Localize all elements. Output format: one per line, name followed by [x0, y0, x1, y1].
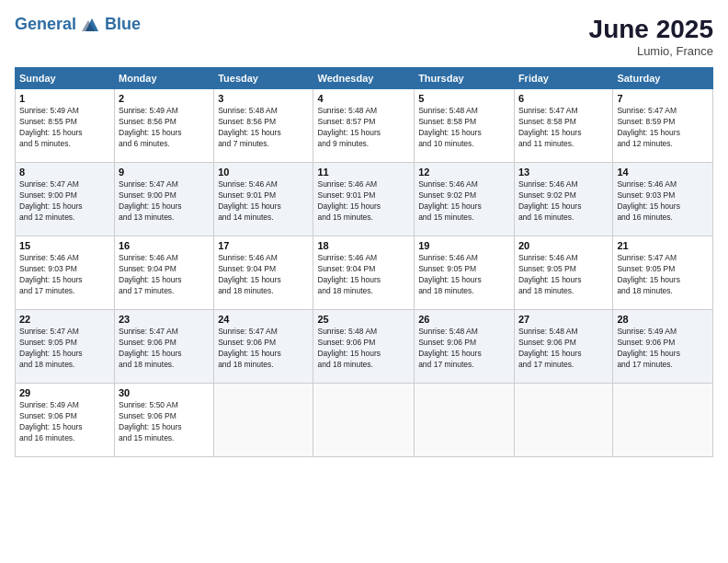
calendar-header-friday: Friday [514, 68, 612, 89]
logo: General Blue [15, 15, 141, 34]
calendar-cell [514, 384, 612, 457]
calendar-cell: 11Sunrise: 5:46 AM Sunset: 9:01 PM Dayli… [313, 163, 415, 236]
calendar-cell: 13Sunrise: 5:46 AM Sunset: 9:02 PM Dayli… [514, 163, 612, 236]
month-title: June 2025 [589, 15, 713, 44]
calendar-cell: 22Sunrise: 5:47 AM Sunset: 9:05 PM Dayli… [16, 310, 115, 384]
day-number: 23 [119, 314, 210, 325]
day-number: 5 [418, 93, 510, 104]
day-info: Sunrise: 5:47 AM Sunset: 9:00 PM Dayligh… [119, 179, 210, 224]
day-info: Sunrise: 5:49 AM Sunset: 9:06 PM Dayligh… [19, 400, 110, 444]
calendar-header-row: SundayMondayTuesdayWednesdayThursdayFrid… [16, 68, 713, 89]
day-number: 20 [518, 240, 609, 251]
calendar-header-tuesday: Tuesday [214, 68, 313, 89]
day-info: Sunrise: 5:48 AM Sunset: 9:06 PM Dayligh… [418, 327, 510, 371]
calendar-week-5: 29Sunrise: 5:49 AM Sunset: 9:06 PM Dayli… [16, 384, 713, 457]
calendar: SundayMondayTuesdayWednesdayThursdayFrid… [15, 67, 713, 457]
day-info: Sunrise: 5:47 AM Sunset: 9:05 PM Dayligh… [19, 327, 110, 371]
logo-icon [82, 17, 102, 33]
calendar-cell: 28Sunrise: 5:49 AM Sunset: 9:06 PM Dayli… [613, 310, 713, 384]
day-info: Sunrise: 5:48 AM Sunset: 8:57 PM Dayligh… [317, 106, 410, 150]
calendar-cell: 15Sunrise: 5:46 AM Sunset: 9:03 PM Dayli… [16, 236, 115, 310]
day-info: Sunrise: 5:49 AM Sunset: 8:55 PM Dayligh… [19, 106, 110, 150]
day-info: Sunrise: 5:46 AM Sunset: 9:04 PM Dayligh… [218, 253, 309, 297]
day-info: Sunrise: 5:46 AM Sunset: 9:03 PM Dayligh… [617, 179, 709, 224]
calendar-cell: 3Sunrise: 5:48 AM Sunset: 8:56 PM Daylig… [214, 89, 313, 163]
calendar-cell: 23Sunrise: 5:47 AM Sunset: 9:06 PM Dayli… [115, 310, 214, 384]
calendar-cell [313, 384, 415, 457]
day-info: Sunrise: 5:49 AM Sunset: 8:56 PM Dayligh… [119, 106, 210, 150]
calendar-header-wednesday: Wednesday [313, 68, 415, 89]
day-number: 22 [19, 314, 110, 325]
calendar-cell: 19Sunrise: 5:46 AM Sunset: 9:05 PM Dayli… [415, 236, 515, 310]
day-info: Sunrise: 5:48 AM Sunset: 9:06 PM Dayligh… [518, 327, 609, 371]
calendar-week-3: 15Sunrise: 5:46 AM Sunset: 9:03 PM Dayli… [16, 236, 713, 310]
page: General Blue June 2025 Lumio, France Sun… [0, 0, 728, 563]
calendar-header-thursday: Thursday [415, 68, 515, 89]
day-info: Sunrise: 5:47 AM Sunset: 8:58 PM Dayligh… [518, 106, 609, 150]
day-number: 16 [119, 240, 210, 251]
day-number: 17 [218, 240, 309, 251]
day-number: 1 [19, 93, 110, 104]
calendar-cell [613, 384, 713, 457]
calendar-cell: 29Sunrise: 5:49 AM Sunset: 9:06 PM Dayli… [16, 384, 115, 457]
day-info: Sunrise: 5:47 AM Sunset: 9:06 PM Dayligh… [218, 327, 309, 371]
calendar-cell: 25Sunrise: 5:48 AM Sunset: 9:06 PM Dayli… [313, 310, 415, 384]
day-info: Sunrise: 5:46 AM Sunset: 9:05 PM Dayligh… [518, 253, 609, 297]
calendar-cell [214, 384, 313, 457]
day-number: 10 [218, 167, 309, 178]
day-number: 18 [317, 240, 410, 251]
calendar-cell: 21Sunrise: 5:47 AM Sunset: 9:05 PM Dayli… [613, 236, 713, 310]
calendar-cell: 26Sunrise: 5:48 AM Sunset: 9:06 PM Dayli… [415, 310, 515, 384]
day-info: Sunrise: 5:48 AM Sunset: 8:58 PM Dayligh… [418, 106, 510, 150]
calendar-cell: 4Sunrise: 5:48 AM Sunset: 8:57 PM Daylig… [313, 89, 415, 163]
day-info: Sunrise: 5:48 AM Sunset: 8:56 PM Dayligh… [218, 106, 309, 150]
day-info: Sunrise: 5:47 AM Sunset: 9:00 PM Dayligh… [19, 179, 110, 224]
day-info: Sunrise: 5:46 AM Sunset: 9:05 PM Dayligh… [418, 253, 510, 297]
calendar-header-monday: Monday [115, 68, 214, 89]
calendar-header-sunday: Sunday [16, 68, 115, 89]
calendar-cell: 5Sunrise: 5:48 AM Sunset: 8:58 PM Daylig… [415, 89, 515, 163]
day-info: Sunrise: 5:46 AM Sunset: 9:01 PM Dayligh… [218, 179, 309, 224]
calendar-cell: 10Sunrise: 5:46 AM Sunset: 9:01 PM Dayli… [214, 163, 313, 236]
day-info: Sunrise: 5:46 AM Sunset: 9:04 PM Dayligh… [317, 253, 410, 297]
calendar-cell: 27Sunrise: 5:48 AM Sunset: 9:06 PM Dayli… [514, 310, 612, 384]
day-info: Sunrise: 5:48 AM Sunset: 9:06 PM Dayligh… [317, 327, 410, 371]
day-number: 15 [19, 240, 110, 251]
day-info: Sunrise: 5:46 AM Sunset: 9:02 PM Dayligh… [418, 179, 510, 224]
calendar-cell: 18Sunrise: 5:46 AM Sunset: 9:04 PM Dayli… [313, 236, 415, 310]
calendar-week-2: 8Sunrise: 5:47 AM Sunset: 9:00 PM Daylig… [16, 163, 713, 236]
calendar-week-1: 1Sunrise: 5:49 AM Sunset: 8:55 PM Daylig… [16, 89, 713, 163]
calendar-cell: 2Sunrise: 5:49 AM Sunset: 8:56 PM Daylig… [115, 89, 214, 163]
day-number: 30 [119, 387, 210, 398]
day-number: 3 [218, 93, 309, 104]
header: General Blue June 2025 Lumio, France [15, 15, 713, 58]
calendar-cell: 12Sunrise: 5:46 AM Sunset: 9:02 PM Dayli… [415, 163, 515, 236]
calendar-cell [415, 384, 515, 457]
logo-text: General [15, 16, 103, 34]
day-number: 21 [617, 240, 709, 251]
day-number: 11 [317, 167, 410, 178]
calendar-cell: 9Sunrise: 5:47 AM Sunset: 9:00 PM Daylig… [115, 163, 214, 236]
day-info: Sunrise: 5:50 AM Sunset: 9:06 PM Dayligh… [119, 400, 210, 444]
day-info: Sunrise: 5:47 AM Sunset: 9:05 PM Dayligh… [617, 253, 709, 297]
day-number: 14 [617, 167, 709, 178]
day-number: 9 [119, 167, 210, 178]
day-number: 19 [418, 240, 510, 251]
calendar-header-saturday: Saturday [613, 68, 713, 89]
day-number: 29 [19, 387, 110, 398]
day-number: 13 [518, 167, 609, 178]
day-info: Sunrise: 5:46 AM Sunset: 9:02 PM Dayligh… [518, 179, 609, 224]
day-number: 24 [218, 314, 309, 325]
calendar-cell: 24Sunrise: 5:47 AM Sunset: 9:06 PM Dayli… [214, 310, 313, 384]
calendar-cell: 8Sunrise: 5:47 AM Sunset: 9:00 PM Daylig… [16, 163, 115, 236]
day-info: Sunrise: 5:46 AM Sunset: 9:01 PM Dayligh… [317, 179, 410, 224]
day-number: 27 [518, 314, 609, 325]
location: Lumio, France [589, 44, 713, 58]
calendar-cell: 16Sunrise: 5:46 AM Sunset: 9:04 PM Dayli… [115, 236, 214, 310]
title-area: June 2025 Lumio, France [589, 15, 713, 58]
calendar-cell: 14Sunrise: 5:46 AM Sunset: 9:03 PM Dayli… [613, 163, 713, 236]
day-number: 25 [317, 314, 410, 325]
calendar-cell: 30Sunrise: 5:50 AM Sunset: 9:06 PM Dayli… [115, 384, 214, 457]
day-number: 26 [418, 314, 510, 325]
day-info: Sunrise: 5:47 AM Sunset: 9:06 PM Dayligh… [119, 327, 210, 371]
